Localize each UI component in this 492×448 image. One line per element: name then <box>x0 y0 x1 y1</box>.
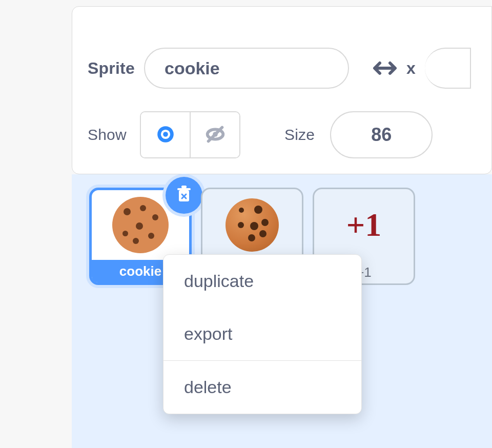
sprite-x-group: x <box>373 48 471 89</box>
context-menu-duplicate[interactable]: duplicate <box>163 255 361 308</box>
sprite-thumb-art: +1 <box>314 189 414 261</box>
svg-point-2 <box>163 132 168 137</box>
trash-icon <box>174 184 194 207</box>
sprite-info-panel: Sprite x Show <box>72 6 492 174</box>
show-hidden-button[interactable] <box>191 112 239 157</box>
eye-open-icon <box>154 123 177 148</box>
delete-sprite-button[interactable] <box>166 177 202 214</box>
cookie-flat-icon <box>112 197 169 253</box>
cookie-shaded-icon <box>225 198 279 252</box>
eye-closed-icon <box>203 123 227 148</box>
sprite-label: Sprite <box>88 59 144 78</box>
show-visible-button[interactable] <box>141 112 190 157</box>
svg-rect-7 <box>177 188 191 190</box>
sprite-thumb-art <box>202 189 302 261</box>
horizontal-arrows-icon <box>373 60 397 76</box>
sprite-size-input[interactable] <box>330 111 433 158</box>
sprite-name-input[interactable] <box>144 48 349 89</box>
visibility-toggle <box>140 111 240 158</box>
svg-rect-8 <box>181 186 187 188</box>
size-label: Size <box>284 126 315 144</box>
x-label: x <box>406 59 416 78</box>
sprite-x-input[interactable] <box>425 48 471 89</box>
sprite-name-row: Sprite x <box>72 43 491 94</box>
plus-one-icon: +1 <box>346 206 381 244</box>
sprite-context-menu: duplicate export delete <box>163 254 362 414</box>
sprite-show-size-row: Show <box>72 109 491 160</box>
context-menu-export[interactable]: export <box>163 308 361 360</box>
show-label: Show <box>88 126 137 144</box>
context-menu-delete[interactable]: delete <box>163 361 361 414</box>
